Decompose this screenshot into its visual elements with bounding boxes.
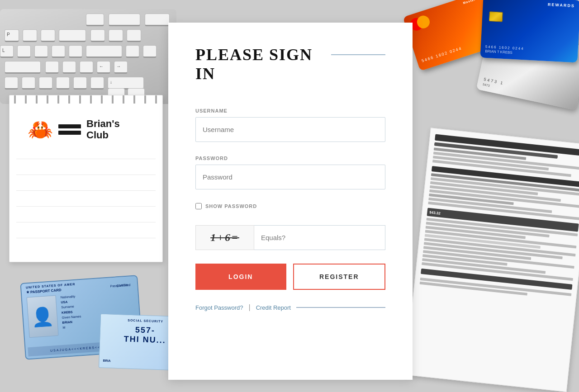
show-password-label: SHOW PASSWORD [205,203,257,209]
keyboard-key-r1 [145,14,170,26]
keyboard-key-arrow-down: ↓ [108,77,144,90]
footer-separator: | [249,303,251,312]
keyboard-key-r14 [45,61,59,74]
logo-bars [58,124,81,135]
keyboard-key-r19 [39,77,52,90]
keyboard-key-r8 [34,45,48,58]
keyboard-key-r13 [5,61,41,74]
captcha-image: 1+6= [195,225,254,250]
keyboard-key-r15 [62,61,76,74]
username-label: USERNAME [195,108,385,113]
keyboard-key-r11 [126,45,139,58]
keyboard-key-r21 [73,77,87,90]
keyboard-key-r18 [22,77,35,90]
keyboard-key-r22 [90,77,104,90]
keyboard-key-return2 [59,29,86,42]
att-bill: $43.32 [404,128,579,392]
show-password-row: SHOW PASSWORD [195,203,385,209]
keyboard-key-r12 [143,45,157,58]
keyboard-key-r3 [41,29,55,42]
footer-underline [296,307,385,308]
credit-report-link[interactable]: Credit Report [256,304,291,311]
keyboard-key-shift [109,14,140,26]
login-card: PLEASE SIGN IN USERNAME PASSWORD SHOW PA… [168,23,413,380]
crab-icon: 🦀 [28,119,53,140]
credit-card-rewards: REWARDS 5466 1602 0244 BRIAN T KREBS [480,0,579,63]
keyboard-key-r2 [23,29,37,42]
keyboard-key-r17 [5,77,18,90]
keyboard-key-l: L [0,45,14,58]
logo-text: Brian's Club [86,118,120,141]
keyboard-key-r16 [80,61,93,74]
keyboard-key-r20 [56,77,70,90]
keyboard-key-r5 [109,29,123,42]
notebook: 🦀 Brian's Club [9,95,163,262]
keyboard-key-r9 [52,45,65,58]
forgot-password-link[interactable]: Forgot Password? [195,304,243,311]
show-password-checkbox[interactable] [195,203,202,209]
footer-links: Forgot Password? | Credit Report [195,303,385,312]
keyboard-key-arrow-right: → [114,61,128,74]
login-button[interactable]: LOGIN [195,264,286,290]
password-input[interactable] [195,165,385,189]
password-group: PASSWORD [195,156,385,189]
keyboard-key-arrow-left: ← [97,61,110,74]
keyboard-key-r4 [90,29,105,42]
password-label: PASSWORD [195,156,385,161]
username-group: USERNAME [195,108,385,142]
keyboard-key-r10 [69,45,82,58]
captcha-row: 1+6= [195,225,385,250]
brians-club-logo: 🦀 Brian's Club [28,118,120,141]
keyboard-key-p: P [5,29,19,42]
keyboard-key-r6 [127,29,141,42]
captcha-input[interactable] [254,225,385,250]
title-underline [331,54,385,55]
keyboard-key-return [86,14,104,26]
buttons-row: LOGIN REGISTER [195,264,385,290]
keyboard-key-wide [86,45,122,58]
username-input[interactable] [195,117,385,142]
page-title: PLEASE SIGN IN [195,45,331,83]
register-button[interactable]: REGISTER [293,264,386,290]
keyboard-key-r7 [17,45,31,58]
